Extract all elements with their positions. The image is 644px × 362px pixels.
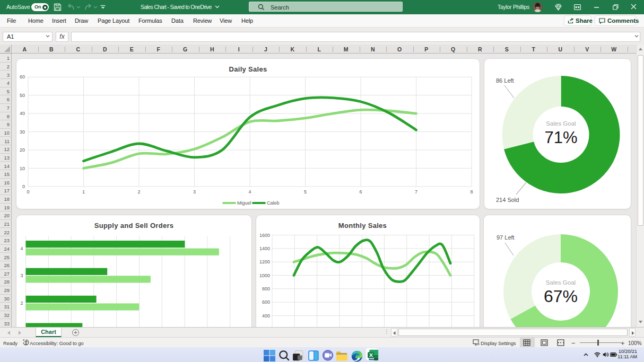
svg-text:86 Left: 86 Left — [496, 77, 514, 84]
svg-text:4: 4 — [20, 246, 23, 251]
svg-text:Caleb: Caleb — [267, 200, 280, 206]
svg-text:5: 5 — [304, 189, 307, 195]
svg-text:30: 30 — [20, 129, 25, 135]
svg-text:6: 6 — [359, 189, 362, 195]
svg-text:600: 600 — [262, 299, 270, 305]
svg-text:1600: 1600 — [259, 233, 270, 238]
svg-text:20: 20 — [20, 147, 25, 153]
svg-text:71%: 71% — [544, 128, 577, 147]
svg-text:3: 3 — [20, 273, 23, 278]
svg-text:Miguel: Miguel — [237, 200, 251, 206]
svg-text:67%: 67% — [544, 287, 578, 306]
svg-text:97 Left: 97 Left — [497, 234, 515, 241]
svg-text:400: 400 — [262, 313, 270, 319]
svg-text:0: 0 — [27, 189, 29, 195]
svg-text:4: 4 — [248, 189, 251, 195]
svg-text:3: 3 — [193, 189, 196, 195]
svg-text:40: 40 — [20, 111, 25, 116]
svg-text:1200: 1200 — [259, 259, 270, 264]
svg-text:0: 0 — [22, 184, 25, 189]
svg-text:60: 60 — [20, 74, 25, 80]
svg-text:1: 1 — [82, 189, 85, 195]
svg-text:10: 10 — [20, 166, 25, 171]
svg-text:1400: 1400 — [259, 246, 270, 251]
svg-text:1000: 1000 — [259, 273, 270, 278]
svg-text:50: 50 — [20, 93, 25, 98]
svg-text:2: 2 — [137, 189, 140, 195]
svg-text:Sales Goal: Sales Goal — [546, 120, 576, 127]
svg-text:Sales Goal: Sales Goal — [546, 279, 576, 286]
svg-text:2: 2 — [20, 301, 23, 306]
svg-text:8: 8 — [470, 189, 473, 195]
svg-text:800: 800 — [262, 286, 270, 292]
svg-text:214 Sold: 214 Sold — [496, 197, 519, 203]
svg-text:7: 7 — [415, 189, 417, 195]
